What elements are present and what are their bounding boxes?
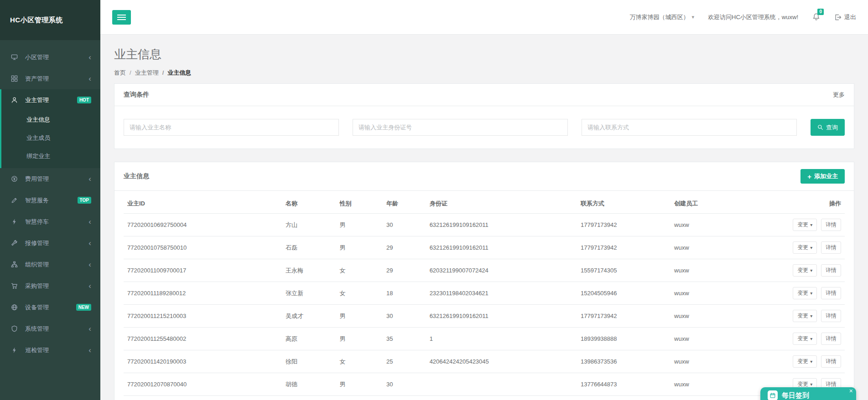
page-heading: 业主信息 首页业主管理业主信息: [100, 35, 868, 83]
owner-phone-cell: 17797173942: [577, 305, 670, 328]
table-row: 772020012070870040 胡德 男 30 13776644873 w…: [124, 373, 845, 396]
query-panel: 查询条件 更多 查询: [114, 83, 854, 149]
sidebar: HC小区管理系统 小区管理 ‹ 资产管理 ‹ 业主管理 HOT 业主信息 业主成…: [0, 0, 100, 400]
owner-name-cell: 高原: [282, 328, 336, 350]
table-row: 772020012080070037 曾成 男 26 18983027736 w…: [124, 396, 845, 400]
owner-id-cell: 772020011255480002: [124, 328, 282, 350]
sidebar-subitem-owner-members[interactable]: 业主成员: [1, 129, 100, 147]
breadcrumb-owner-mgmt[interactable]: 业主管理: [126, 69, 159, 76]
detail-button[interactable]: 详情: [821, 241, 841, 254]
owner-name-cell: 曾成: [282, 396, 336, 400]
owners-table-body: 772020010692750004 方山 男 30 6321261991091…: [124, 214, 845, 400]
caret-down-icon: ▾: [810, 382, 812, 387]
app-title: HC小区管理系统: [10, 16, 63, 25]
owner-idcard-input[interactable]: [353, 119, 568, 136]
contact-input[interactable]: [582, 119, 797, 136]
search-button[interactable]: 查询: [811, 119, 845, 136]
chevron-left-icon: ‹: [88, 239, 91, 247]
chevron-left-icon: ‹: [88, 282, 91, 290]
sidebar-group-owner-mgmt: 业主管理 HOT 业主信息 业主成员 绑定业主: [0, 89, 100, 168]
bolt-icon: [11, 347, 22, 354]
col-name: 名称: [282, 193, 336, 214]
col-owner-id: 业主ID: [124, 193, 282, 214]
notifications-button[interactable]: 0: [812, 13, 821, 21]
sidebar-item-asset-mgmt[interactable]: 资产管理 ‹: [0, 68, 100, 89]
owner-id-cell: 772020010692750004: [124, 214, 282, 236]
owner-idcard-cell: 232301198402034621: [426, 282, 577, 305]
sidebar-item-repair-mgmt[interactable]: 报修管理 ‹: [0, 232, 100, 254]
owner-name-cell: 徐阳: [282, 350, 336, 373]
sidebar-item-device-mgmt[interactable]: 设备管理 NEW: [0, 297, 100, 318]
add-owner-button[interactable]: + 添加业主: [800, 169, 845, 184]
owner-gender-cell: 男: [336, 396, 383, 400]
owner-gender-cell: 女: [336, 259, 383, 282]
logout-icon: [834, 14, 842, 21]
owner-phone-cell: 15204505946: [577, 282, 670, 305]
breadcrumb-home[interactable]: 首页: [114, 69, 126, 76]
col-idcard: 身份证: [426, 193, 577, 214]
wrench-icon: [11, 240, 22, 246]
app-logo: HC小区管理系统: [0, 0, 100, 40]
sidebar-item-inspection-mgmt[interactable]: 巡检管理 ‹: [0, 339, 100, 361]
change-button[interactable]: 变更 ▾: [793, 219, 817, 231]
sidebar-item-smart-parking[interactable]: 智慧停车 ‹: [0, 211, 100, 232]
detail-button[interactable]: 详情: [821, 355, 841, 368]
owner-actions-cell: 变更 ▾ 详情: [789, 282, 845, 305]
notification-badge: 0: [817, 9, 824, 15]
owner-name-input[interactable]: [124, 119, 339, 136]
more-link[interactable]: 更多: [833, 91, 845, 99]
sidebar-item-owner-mgmt[interactable]: 业主管理 HOT: [1, 89, 100, 111]
hamburger-icon: [117, 15, 126, 15]
chevron-left-icon: ‹: [88, 53, 91, 61]
caret-down-icon: ▾: [810, 291, 812, 296]
owner-gender-cell: 女: [336, 350, 383, 373]
grid-icon: [11, 75, 22, 82]
calendar-icon: [768, 390, 778, 400]
chevron-left-icon: ‹: [88, 346, 91, 354]
chevron-left-icon: ‹: [88, 325, 91, 333]
topbar: 万博家博园（城西区） ▾ 欢迎访问HC小区管理系统，wuxw! 0 退出: [100, 0, 868, 35]
detail-button[interactable]: 详情: [821, 287, 841, 299]
change-button[interactable]: 变更 ▾: [793, 333, 817, 345]
breadcrumb: 首页业主管理业主信息: [114, 69, 854, 77]
widget-label: 每日签到: [782, 391, 809, 400]
detail-button[interactable]: 详情: [821, 310, 841, 322]
table-row: 772020010692750004 方山 男 30 6321261991091…: [124, 214, 845, 236]
owner-creator-cell: wuxw: [670, 236, 789, 259]
owner-idcard-cell: 632126199109162011: [426, 305, 577, 328]
sidebar-item-community-mgmt[interactable]: 小区管理 ‹: [0, 46, 100, 68]
owners-table: 业主ID 名称 性别 年龄 身份证 联系方式 创建员工 操作 772020010…: [124, 193, 845, 400]
owner-id-cell: 772020011420190003: [124, 350, 282, 373]
owner-age-cell: 25: [383, 350, 426, 373]
owner-phone-cell: 15597174305: [577, 259, 670, 282]
logout-button[interactable]: 退出: [834, 13, 856, 21]
sidebar-item-org-mgmt[interactable]: 组织管理 ‹: [0, 254, 100, 275]
owner-creator-cell: wuxw: [670, 214, 789, 236]
sidebar-subitem-bind-owner[interactable]: 绑定业主: [1, 147, 100, 165]
sidebar-item-purchase-mgmt[interactable]: 采购管理 ‹: [0, 275, 100, 297]
caret-down-icon: ▾: [810, 222, 812, 227]
owner-creator-cell: wuxw: [670, 259, 789, 282]
chevron-left-icon: ‹: [88, 75, 91, 82]
col-actions: 操作: [789, 193, 845, 214]
close-icon[interactable]: ×: [849, 388, 853, 394]
change-button[interactable]: 变更 ▾: [793, 241, 817, 254]
change-button[interactable]: 变更 ▾: [793, 264, 817, 277]
owner-phone-cell: 18983027736: [577, 396, 670, 400]
sidebar-item-system-mgmt[interactable]: 系统管理 ‹: [0, 318, 100, 339]
change-button[interactable]: 变更 ▾: [793, 287, 817, 299]
hot-badge: HOT: [77, 97, 91, 103]
menu-toggle-button[interactable]: [112, 10, 131, 25]
change-button[interactable]: 变更 ▾: [793, 310, 817, 322]
daily-signin-widget[interactable]: × 每日签到: [760, 387, 856, 400]
change-button[interactable]: 变更 ▾: [793, 355, 817, 368]
sidebar-item-smart-service[interactable]: 智慧服务 TOP: [0, 190, 100, 211]
sidebar-item-fee-mgmt[interactable]: 费用管理 ‹: [0, 168, 100, 190]
sidebar-subitem-owner-info[interactable]: 业主信息: [1, 111, 100, 129]
community-selector[interactable]: 万博家博园（城西区） ▾: [630, 13, 695, 21]
detail-button[interactable]: 详情: [821, 333, 841, 345]
owner-name-cell: 方山: [282, 214, 336, 236]
detail-button[interactable]: 详情: [821, 219, 841, 231]
detail-button[interactable]: 详情: [821, 264, 841, 277]
owner-creator-cell: wuxw: [670, 305, 789, 328]
